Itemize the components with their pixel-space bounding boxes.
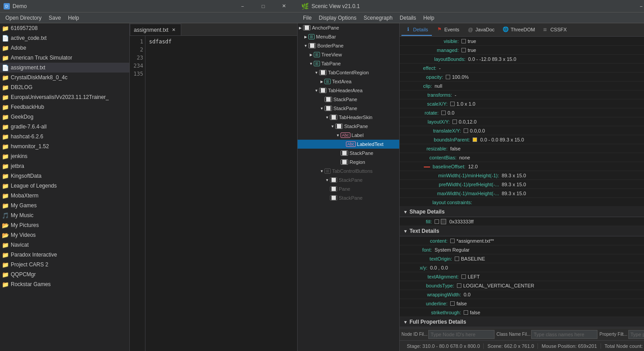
file-tree-item-label: My Videos (11, 232, 36, 238)
scene-node-StackPane4[interactable]: ⬜StackPane (298, 149, 399, 158)
file-tree-item-Adobe[interactable]: 📁Adobe (0, 43, 129, 53)
file-tree-item-jetbra[interactable]: 📁jetbra (0, 161, 129, 171)
section-full-props[interactable]: ▼ Full Properties Details (400, 317, 644, 327)
file-tree-item-active_code[interactable]: 📄active_code.txt (0, 33, 129, 43)
file-tree-item-EuropaUniversalis[interactable]: 📁EuropaUniversalisIVv2023.11.12Trainer_ (0, 92, 129, 102)
scene-node-StackPane5[interactable]: ▼⬜StackPane (298, 176, 399, 184)
scene-node-TreeView[interactable]: ▶⊞TreeView (298, 50, 399, 59)
node-expand-arrow[interactable]: ▼ (303, 44, 308, 48)
scene-node-Pane[interactable]: ⬜Pane (298, 184, 399, 193)
file-tree-item-Rockstar[interactable]: 📁Rockstar Games (0, 279, 129, 289)
scene-node-TabHeaderArea[interactable]: ▼⬜TabHeaderArea (298, 86, 399, 95)
scene-node-TextArea[interactable]: ▶⊞TextArea (298, 77, 399, 86)
menu-help[interactable]: Help (64, 14, 83, 22)
scene-node-BorderPane[interactable]: ▼⬜BorderPane (298, 41, 399, 50)
scene-node-TabHeaderSkin[interactable]: ▼⬜TabHeaderSkin (298, 113, 399, 122)
menu-open-directory[interactable]: Open Directory (2, 14, 45, 22)
file-tree-item-LeagueOfLegends[interactable]: 📁League of Legends (0, 181, 129, 191)
tab-threedom[interactable]: 🌐 ThreeDOM (499, 24, 538, 36)
file-tree-item-Paradox[interactable]: 📁Paradox Interactive (0, 250, 129, 260)
section-shape-details[interactable]: ▼ Shape Details (400, 207, 644, 217)
node-expand-arrow[interactable]: ▶ (308, 53, 314, 57)
editor-content: 1 2 23 234 135 sdfasdf (130, 36, 297, 351)
scenic-menu-file[interactable]: File (299, 14, 315, 22)
node-expand-arrow[interactable]: ▼ (330, 124, 335, 128)
scene-node-Label[interactable]: ▼AbcLabel (298, 131, 399, 140)
scene-node-LabeledText[interactable]: AbcLabeledText (298, 140, 399, 149)
file-tree-item-assignment[interactable]: 📄assignment.txt (0, 63, 129, 73)
demo-close-btn[interactable]: ✕ (273, 0, 294, 13)
file-tree-item-MyVideos[interactable]: 📂My Videos (0, 230, 129, 240)
node-expand-arrow[interactable]: ▼ (308, 62, 314, 66)
scene-node-StackPane1[interactable]: ⬜StackPane (298, 95, 399, 104)
node-expand-arrow[interactable]: ▼ (324, 116, 330, 120)
node-expand-arrow[interactable]: ▼ (335, 133, 341, 137)
class-name-filter-input-wrapper[interactable] (531, 330, 597, 339)
scene-node-label: StackPane (333, 97, 357, 102)
class-name-filter-input[interactable] (532, 332, 597, 337)
scene-node-Region[interactable]: ⬜Region (298, 158, 399, 167)
tab-javadoc[interactable]: @ JavaDoc (464, 24, 498, 36)
file-tree-item-AmericanTruck[interactable]: 📁American Truck Simulator (0, 53, 129, 63)
props-content[interactable]: visible: true managed: true layoutBounds… (400, 37, 644, 328)
file-tree-item-jenkins[interactable]: 📁jenkins (0, 151, 129, 161)
editor-tab-assignment[interactable]: assignment.txt ✕ (130, 24, 181, 35)
node-expand-arrow[interactable]: ▼ (314, 89, 319, 93)
scene-node-StackPane3[interactable]: ▼⬜StackPane (298, 122, 399, 131)
node-expand-arrow[interactable]: ▼ (319, 107, 324, 111)
node-expand-arrow[interactable]: ▶ (319, 80, 324, 84)
tab-events[interactable]: ⚑ Events (433, 24, 463, 36)
tab-cssfx[interactable]: ≡ CSSFX (539, 24, 570, 36)
scene-node-TabPane[interactable]: ▼⊞TabPane (298, 59, 399, 68)
file-tree-item-KingsoftData[interactable]: 📁KingsoftData (0, 171, 129, 181)
scenic-minimize-btn[interactable]: − (631, 0, 644, 13)
scene-node-TabControlButtons[interactable]: ▼⊞TabControlButtons (298, 167, 399, 176)
tab-details[interactable]: ℹ Details (401, 24, 432, 36)
scenic-menu-scenegraph[interactable]: Scenegraph (360, 14, 396, 22)
file-tree-item-QQPCMgr[interactable]: 📁QQPCMgr (0, 270, 129, 279)
node-id-filter-input-wrapper[interactable] (428, 330, 495, 339)
scene-tree[interactable]: ▶⬜AnchorPane▶⊞MenuBar▼⬜BorderPane▶⊞TreeV… (298, 23, 399, 351)
demo-minimize-btn[interactable]: − (232, 0, 253, 13)
node-expand-arrow[interactable]: ▶ (298, 26, 303, 30)
editor-tab-close[interactable]: ✕ (170, 26, 177, 34)
node-expand-arrow[interactable]: ▶ (303, 35, 308, 39)
file-tree-item-MyGames[interactable]: 📁My Games (0, 201, 129, 210)
file-tree-item-hashcat[interactable]: 📁hashcat-6.2.6 (0, 132, 129, 141)
node-expand-arrow[interactable]: ▼ (319, 169, 324, 173)
file-tree-item-MyPictures[interactable]: 📂My Pictures (0, 220, 129, 230)
scenic-menu-help[interactable]: Help (420, 14, 438, 22)
menu-save[interactable]: Save (45, 14, 64, 22)
code-area[interactable]: sdfasdf (145, 36, 297, 351)
file-tree-item-ProjectCARS2[interactable]: 📁Project CARS 2 (0, 260, 129, 270)
file-tree-item-MobaXterm[interactable]: 📁MobaXterm (0, 191, 129, 201)
editor-panel: assignment.txt ✕ 1 2 23 234 135 (130, 23, 298, 351)
scene-node-TabContentRegion[interactable]: ▼⬜TabContentRegion (298, 68, 399, 77)
scene-node-MenuBar[interactable]: ▶⊞MenuBar (298, 32, 399, 41)
prop-value-font: System Regular (435, 247, 644, 253)
file-tree-scroll[interactable]: 📁616957208📄active_code.txt📁Adobe📁America… (0, 23, 129, 351)
file-tree-item-icon: 📁 (2, 114, 9, 120)
node-id-filter-input[interactable] (429, 332, 494, 337)
prop-name-boundstype: boundsType: (403, 283, 457, 288)
file-tree-item-DB2LOG[interactable]: 📁DB2LOG (0, 82, 129, 92)
scene-node-StackPane6[interactable]: ⬜StackPane (298, 193, 399, 202)
file-tree-item-hwmonitor[interactable]: 📁hwmonitor_1.52 (0, 141, 129, 151)
node-expand-arrow[interactable]: ▼ (314, 71, 319, 75)
file-tree-item-616957208[interactable]: 📁616957208 (0, 23, 129, 33)
file-tree-item-FeedbackHub[interactable]: 📁FeedbackHub (0, 102, 129, 112)
file-tree-item-GeekDog[interactable]: 📁GeekDog (0, 112, 129, 122)
scenic-menu-display-options[interactable]: Display Options (315, 14, 360, 22)
node-expand-arrow[interactable]: ▼ (324, 178, 330, 182)
property-filter-input[interactable] (629, 332, 644, 337)
file-tree-item-MyMusic[interactable]: 🎵My Music (0, 210, 129, 220)
scene-node-StackPane2[interactable]: ▼⬜StackPane (298, 104, 399, 113)
scene-node-AnchorPane[interactable]: ▶⬜AnchorPane (298, 23, 399, 32)
file-tree-item-Navicat[interactable]: 📁Navicat (0, 240, 129, 250)
scenic-menu-details[interactable]: Details (396, 14, 420, 22)
demo-maximize-btn[interactable]: □ (253, 0, 273, 13)
property-filter-input-wrapper[interactable] (628, 330, 644, 339)
section-text-details[interactable]: ▼ Text Details (400, 226, 644, 236)
file-tree-item-CrystalDisk[interactable]: 📁CrystalDiskMark8_0_4c (0, 73, 129, 82)
file-tree-item-gradle[interactable]: 📁gradle-7.6.4-all (0, 122, 129, 132)
